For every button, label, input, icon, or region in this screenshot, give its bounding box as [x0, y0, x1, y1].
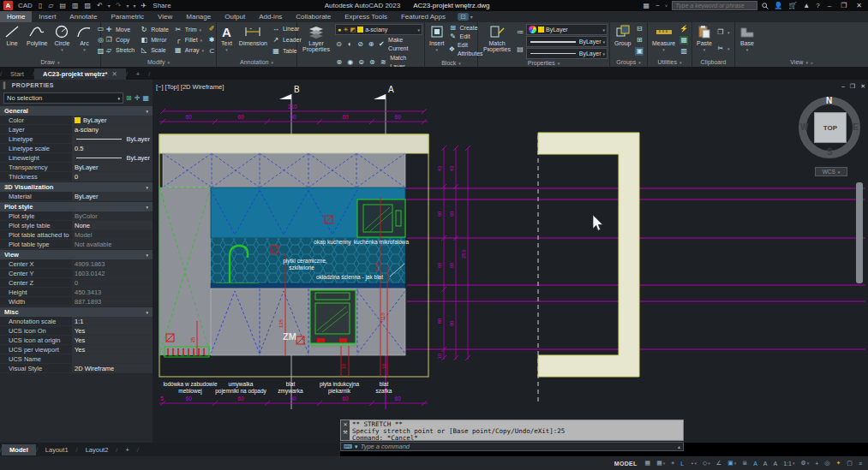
new-layout-button[interactable]: +: [117, 444, 136, 455]
prop-row-linetype-scale[interactable]: Linetype scale0.5: [0, 144, 153, 153]
copy-button[interactable]: ❐Copy: [105, 35, 135, 45]
layer-select[interactable]: ● ☀ ◩ a-sciany▾: [335, 24, 422, 35]
undo-caret-icon[interactable]: ▾: [108, 3, 111, 9]
copy-clip-icon[interactable]: ❐: [716, 28, 725, 37]
navcube-top-face[interactable]: TOP: [814, 112, 847, 143]
layer-tool-icon[interactable]: ⊛: [368, 58, 376, 67]
layer-tool-icon[interactable]: ⊘: [356, 40, 364, 49]
prop-row-ucs-icon-origin[interactable]: UCS icon at originYes: [0, 336, 153, 345]
section-header-view[interactable]: View▾: [0, 250, 153, 259]
ribbon-tab-annotate[interactable]: Annotate: [63, 11, 104, 22]
tab-model[interactable]: Model: [2, 444, 36, 455]
window-minimize-button[interactable]: –: [825, 2, 834, 9]
mirror-button[interactable]: ◧Mirror: [140, 35, 169, 45]
draw-panel-label[interactable]: Draw▾: [0, 57, 100, 67]
section-header-general[interactable]: General▾: [0, 106, 153, 116]
command-window-grip[interactable]: ✕ ⚒: [341, 420, 350, 440]
canvas-scrollbar[interactable]: [856, 182, 863, 283]
layer-tool-icon[interactable]: ◉: [346, 58, 355, 67]
move-button[interactable]: ✛Move: [105, 25, 135, 35]
app-store-icon[interactable]: 🛒: [787, 1, 798, 10]
graphics-performance-icon[interactable]: ✦: [833, 459, 843, 467]
layer-thaw-icon[interactable]: ☀: [343, 27, 348, 33]
group-select-icon[interactable]: ▣: [635, 47, 644, 56]
block-panel-label[interactable]: Block▾: [425, 59, 477, 67]
tab-layout1[interactable]: Layout1: [38, 444, 76, 455]
ribbon-tab-collaborate[interactable]: Collaborate: [289, 11, 338, 22]
lineweight-select[interactable]: ByLayer▾: [526, 36, 608, 47]
clean-screen-icon[interactable]: ▢: [844, 459, 855, 467]
measure-button[interactable]: Measure▾: [650, 23, 678, 57]
lineweight-display-icon[interactable]: ≣: [739, 459, 750, 467]
modify-panel-label[interactable]: Modify▾: [101, 57, 216, 67]
annotation-monitor-icon[interactable]: +: [812, 460, 821, 467]
ribbon-tab-addins[interactable]: Add-ins: [252, 11, 289, 22]
quick-select-palette-icon[interactable]: ▦: [142, 94, 149, 102]
circle-button[interactable]: Circle▾: [52, 23, 73, 57]
rotate-button[interactable]: ↻Rotate: [140, 25, 169, 35]
fillet-button[interactable]: ╭Fillet▾: [174, 35, 204, 45]
annotation-scale-value[interactable]: 1:1▾: [781, 460, 797, 467]
annotation-panel-label[interactable]: Annotation▾: [217, 57, 296, 67]
toggle-pickadd-icon[interactable]: ⊞: [126, 94, 132, 102]
section-header-3d-visualization[interactable]: 3D Visualization▾: [0, 182, 153, 192]
layer-tool-icon[interactable]: ⊙: [335, 40, 343, 49]
autodesk-a-icon[interactable]: ▲: [802, 1, 811, 10]
help-icon[interactable]: ?: [815, 1, 820, 10]
object-snap-icon[interactable]: ▣▾: [725, 459, 739, 467]
group-button[interactable]: Group: [612, 23, 633, 57]
ribbon-tab-insert[interactable]: Insert: [32, 11, 63, 22]
ribbon-tab-parametric[interactable]: Parametric: [104, 11, 151, 22]
prop-row-thickness[interactable]: Thickness0: [0, 172, 153, 181]
prop-row-ucs-icon-on[interactable]: UCS icon OnYes: [0, 326, 153, 336]
trim-button[interactable]: ✂Trim▾: [174, 25, 204, 35]
prop-row-material[interactable]: MaterialByLayer: [0, 192, 153, 201]
command-wrench-icon[interactable]: ⚒: [343, 429, 347, 435]
command-close-icon[interactable]: ✕: [343, 421, 347, 427]
wcs-menu[interactable]: WCS▾: [815, 167, 847, 176]
dynamic-input-icon[interactable]: ⌖: [668, 459, 677, 467]
navcube-south[interactable]: S: [827, 147, 833, 157]
object-color-select[interactable]: ByLayer▾: [526, 24, 608, 35]
model-space-drawing[interactable]: B A 310 60 60 60 60 60: [153, 80, 868, 443]
view-panel-label[interactable]: View▾»: [735, 57, 868, 67]
window-restore-button[interactable]: ❐: [838, 2, 849, 9]
polyline-button[interactable]: Polyline: [24, 23, 51, 57]
save-as-icon[interactable]: ▥: [71, 1, 80, 10]
sign-in-icon[interactable]: 👤: [773, 1, 783, 10]
layer-tool-icon[interactable]: ⊗: [335, 58, 344, 67]
window-close-button[interactable]: ✕: [853, 2, 865, 9]
prop-row-layer[interactable]: Layera-sciany: [0, 125, 153, 134]
prop-row-lineweight[interactable]: LineweightByLayer: [0, 153, 153, 163]
arc-button[interactable]: Arc▾: [74, 23, 94, 57]
prop-row-ucs-per-viewport[interactable]: UCS per viewportYes: [0, 345, 153, 354]
isolate-objects-icon[interactable]: ◎: [822, 459, 832, 467]
wall-plan[interactable]: [538, 133, 639, 377]
viewport-minimize-icon[interactable]: –: [841, 83, 845, 90]
array-button[interactable]: ▦Array▾: [174, 45, 204, 56]
search-icon[interactable]: [762, 3, 769, 9]
prop-row-plot-style-table[interactable]: Plot style tableNone: [0, 221, 153, 230]
layer-tool-icon[interactable]: ⊕: [367, 40, 374, 49]
layer-on-icon[interactable]: ●: [338, 27, 341, 33]
annotation-autoscale-icon[interactable]: A: [761, 460, 770, 467]
prop-row-annotation-scale[interactable]: Annotation scale1:1: [0, 317, 153, 326]
annotation-visibility-icon[interactable]: A: [751, 460, 760, 467]
erase-icon[interactable]: ✐: [207, 25, 216, 33]
scale-button[interactable]: ◺Scale: [140, 45, 169, 56]
customization-icon[interactable]: ≡: [856, 460, 865, 467]
command-history-toggle-icon[interactable]: ▴: [678, 443, 680, 449]
command-customize-icon[interactable]: ⌨: [344, 443, 352, 450]
prop-row-ucs-name[interactable]: UCS Name: [0, 354, 153, 364]
ortho-mode-icon[interactable]: L: [678, 460, 686, 467]
match-properties-button[interactable]: Match Properties: [480, 23, 514, 59]
ribbon-tab-express-tools[interactable]: Express Tools: [338, 11, 394, 22]
titlebar-chevron-icon[interactable]: ˅: [665, 3, 668, 9]
isometric-drafting-icon[interactable]: ◇▾: [700, 459, 713, 467]
ribbon-tab-view[interactable]: View: [151, 11, 179, 22]
prop-row-color[interactable]: ColorByLayer: [0, 116, 153, 125]
id-point-icon[interactable]: ▥: [679, 47, 688, 56]
linetype-select[interactable]: ByLayer▾: [526, 48, 608, 59]
snap-mode-icon[interactable]: ▦▾: [654, 459, 667, 467]
ribbon-tab-manage[interactable]: Manage: [179, 11, 218, 22]
